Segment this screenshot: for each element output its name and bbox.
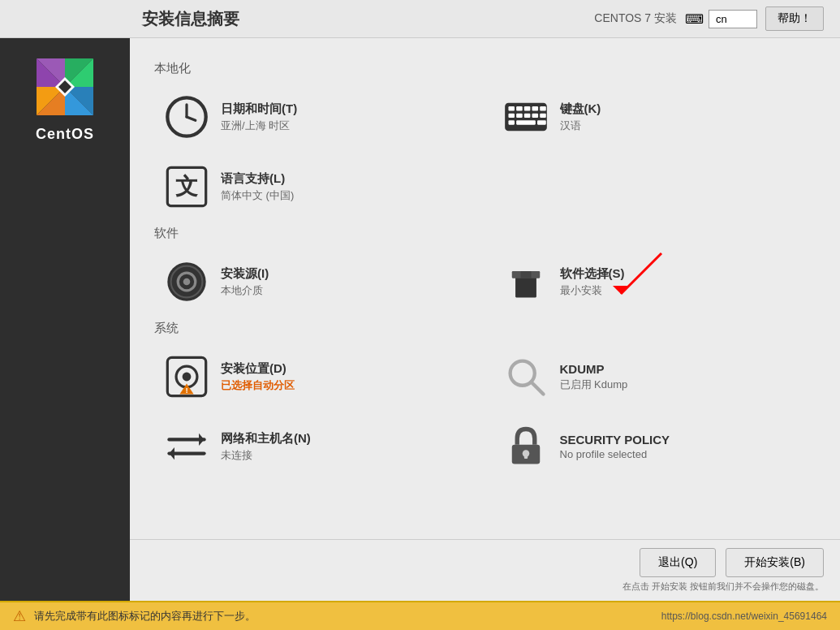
keyboard-item[interactable]: 键盘(K) 汉语 [493, 86, 816, 148]
bottom-warning-bar: ⚠ 请先完成带有此图标标记的内容再进行下一步。 https://blog.csd… [0, 601, 840, 630]
install-source-subtitle: 本地介质 [221, 283, 269, 298]
install-destination-subtitle: 已选择自动分区 [221, 378, 295, 393]
kdump-icon [503, 354, 549, 399]
datetime-title: 日期和时间(T) [221, 101, 297, 117]
datetime-text: 日期和时间(T) 亚洲/上海 时区 [221, 101, 297, 133]
security-policy-title: SECURITY POLICY [560, 433, 670, 447]
section-localization: 本地化 日期和时间(T [154, 61, 816, 218]
software-selection-title: 软件选择(S) [560, 266, 625, 282]
keyboard-icon [503, 94, 549, 140]
datetime-item[interactable]: 日期和时间(T) 亚洲/上海 时区 [154, 86, 477, 148]
install-destination-text: 安装位置(D) 已选择自动分区 [221, 361, 295, 393]
datetime-subtitle: 亚洲/上海 时区 [221, 119, 297, 133]
bottom-warning-text: 请先完成带有此图标标记的内容再进行下一步。 [34, 609, 256, 624]
install-source-title: 安装源(I) [221, 266, 269, 282]
network-text: 网络和主机名(N) 未连接 [221, 431, 311, 463]
language-subtitle: 简体中文 (中国) [221, 188, 294, 203]
top-header: 安装信息摘要 CENTOS 7 安装 ⌨ 帮助！ [0, 0, 840, 38]
svg-rect-20 [516, 114, 523, 118]
svg-rect-26 [516, 120, 536, 124]
header-right: CENTOS 7 安装 ⌨ 帮助！ [594, 6, 824, 31]
install-destination-icon: ! [164, 354, 209, 399]
action-note: 在点击 开始安装 按钮前我们并不会操作您的磁盘。 [146, 580, 824, 593]
sidebar: CentOS [0, 38, 130, 601]
svg-line-43 [531, 382, 543, 394]
help-button[interactable]: 帮助！ [765, 6, 824, 31]
svg-rect-18 [532, 106, 538, 110]
kdump-title: KDUMP [560, 362, 628, 376]
language-item[interactable]: 文 语言支持(L) 简体中文 (中国) [154, 156, 477, 218]
section-software: 软件 [154, 226, 816, 313]
quit-button[interactable]: 退出(Q) [640, 548, 716, 577]
network-title: 网络和主机名(N) [221, 431, 311, 447]
svg-rect-16 [516, 106, 523, 110]
svg-rect-36 [520, 271, 531, 278]
warning-triangle-icon: ⚠ [13, 607, 26, 625]
svg-rect-25 [508, 120, 515, 124]
start-install-button[interactable]: 开始安装(B) [726, 548, 824, 577]
network-icon [164, 424, 209, 469]
bottom-link: https://blog.csdn.net/weixin_45691464 [661, 611, 827, 622]
install-destination-item[interactable]: ! 安装位置(D) 已选择自动分区 [154, 346, 477, 408]
security-policy-text: SECURITY POLICY No profile selected [560, 433, 670, 460]
security-policy-item[interactable]: SECURITY POLICY No profile selected [493, 416, 816, 477]
clock-icon [164, 94, 209, 140]
install-source-text: 安装源(I) 本地介质 [221, 266, 269, 298]
centos-version-label: CENTOS 7 安装 [594, 11, 677, 26]
svg-line-13 [187, 117, 196, 120]
action-bar: 退出(Q) 开始安装(B) 在点击 开始安装 按钮前我们并不会操作您的磁盘。 [130, 539, 840, 601]
svg-text:文: 文 [175, 174, 198, 199]
install-destination-title: 安装位置(D) [221, 361, 295, 377]
language-title: 语言支持(L) [221, 171, 294, 187]
svg-rect-21 [523, 114, 530, 118]
section-label-software: 软件 [154, 226, 816, 241]
network-item[interactable]: 网络和主机名(N) 未连接 [154, 416, 477, 477]
language-text: 语言支持(L) 简体中文 (中国) [221, 171, 294, 203]
svg-point-32 [183, 278, 191, 286]
system-grid: ! 安装位置(D) 已选择自动分区 [154, 346, 816, 477]
language-icon: 文 [164, 164, 209, 209]
svg-rect-27 [537, 120, 546, 124]
network-subtitle: 未连接 [221, 448, 311, 463]
section-label-localization: 本地化 [154, 61, 816, 76]
svg-rect-15 [508, 106, 515, 110]
install-source-icon [164, 259, 209, 304]
svg-rect-17 [523, 106, 530, 110]
centos-name: CentOS [36, 126, 94, 143]
svg-rect-24 [540, 114, 546, 118]
kdump-text: KDUMP 已启用 Kdump [560, 362, 628, 392]
svg-rect-22 [532, 114, 538, 118]
section-label-system: 系统 [154, 321, 816, 336]
keyboard-icon-inline: ⌨ [685, 11, 704, 27]
svg-marker-45 [199, 434, 204, 446]
keyboard-title: 键盘(K) [560, 101, 601, 117]
software-selection-icon [503, 259, 549, 304]
svg-rect-50 [523, 454, 527, 459]
keyboard-text: 键盘(K) 汉语 [560, 101, 601, 133]
software-grid: 安装源(I) 本地介质 [154, 251, 816, 313]
security-policy-subtitle: No profile selected [560, 448, 670, 460]
localization-grid: 日期和时间(T) 亚洲/上海 时区 [154, 86, 816, 218]
kdump-subtitle: 已启用 Kdump [560, 378, 628, 392]
svg-rect-23 [540, 106, 546, 110]
svg-rect-19 [508, 114, 515, 118]
centos-logo [32, 54, 97, 119]
install-source-item[interactable]: 安装源(I) 本地介质 [154, 251, 477, 313]
software-selection-item[interactable]: 软件选择(S) 最小安装 [493, 251, 816, 313]
svg-text:!: ! [185, 386, 187, 395]
page-title: 安装信息摘要 [16, 8, 594, 30]
content-area: 本地化 日期和时间(T [130, 38, 840, 539]
security-policy-icon [503, 424, 549, 469]
software-selection-text: 软件选择(S) 最小安装 [560, 266, 625, 298]
software-selection-subtitle: 最小安装 [560, 283, 625, 298]
lang-input[interactable] [709, 10, 757, 28]
kdump-item[interactable]: KDUMP 已启用 Kdump [493, 346, 816, 408]
keyboard-subtitle: 汉语 [560, 119, 601, 133]
section-system: 系统 ! [154, 321, 816, 477]
svg-marker-47 [169, 447, 174, 460]
svg-point-39 [183, 373, 192, 382]
